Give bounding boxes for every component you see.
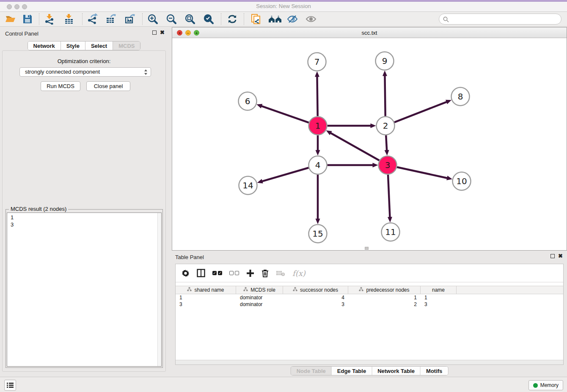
edge-3-1[interactable] <box>330 133 379 160</box>
column-header-name[interactable]: name <box>421 286 457 294</box>
edge-4-14[interactable] <box>262 168 308 181</box>
import-network-icon[interactable] <box>44 14 56 25</box>
criterion-value: strongly connected component <box>25 69 100 75</box>
zoom-selected-icon[interactable] <box>203 14 215 25</box>
mcds-panel: Optimization criterion: strongly connect… <box>2 50 166 372</box>
table-row[interactable]: 3dominator323 <box>176 301 563 308</box>
cell-name[interactable]: 1 <box>421 294 457 301</box>
memory-button[interactable]: Memory <box>528 380 563 390</box>
select-all-checkboxes-icon[interactable]: ✓✓ <box>212 271 222 275</box>
refresh-layout-icon[interactable] <box>227 14 239 25</box>
node-label: 6 <box>245 96 250 106</box>
column-header-predecessor-nodes[interactable]: predecessor nodes <box>348 286 421 294</box>
close-panel-button[interactable]: Close panel <box>86 81 130 91</box>
task-history-button[interactable] <box>4 380 16 391</box>
trash-icon[interactable] <box>261 269 269 277</box>
run-mcds-button[interactable]: Run MCDS <box>41 81 80 91</box>
tab-mcds[interactable]: MCDS <box>113 41 140 50</box>
edge-3-10[interactable] <box>397 167 447 178</box>
zoom-in-icon[interactable] <box>147 14 159 25</box>
select-stepper-icon <box>144 69 148 78</box>
tab-node-table[interactable]: Node Table <box>291 367 332 375</box>
copy-network-document-icon[interactable] <box>250 14 262 25</box>
open-folder-icon[interactable] <box>5 14 17 25</box>
float-panel-icon[interactable] <box>550 254 555 258</box>
network-window-title: scc.txt <box>172 30 567 36</box>
table-tabs: Node TableEdge TableNetwork TableMotifs <box>291 366 449 375</box>
export-image-icon[interactable] <box>124 14 136 25</box>
node-label: 1 <box>315 121 321 131</box>
cell-successor-nodes[interactable]: 3 <box>283 301 348 308</box>
titlebar-accent-strip <box>0 0 567 2</box>
edge-arrowhead <box>383 70 387 76</box>
table-panel-title: Table Panel <box>175 254 204 260</box>
export-table-icon[interactable] <box>106 14 118 25</box>
control-panel-tabs: NetworkStyleSelectMCDS <box>28 41 141 50</box>
tree-column-icon <box>243 287 248 293</box>
hide-eye-icon[interactable] <box>287 14 299 25</box>
tab-style[interactable]: Style <box>61 41 85 50</box>
edge-arrowhead <box>315 71 319 77</box>
control-panel-title: Control Panel <box>5 30 39 37</box>
cell-mcds-role[interactable]: dominator <box>236 294 283 301</box>
toolbar-separator <box>82 13 83 25</box>
export-network-icon[interactable] <box>87 14 99 25</box>
function-builder-icon: f(x) <box>292 269 306 278</box>
main-toolbar <box>0 12 567 27</box>
tab-select[interactable]: Select <box>85 41 113 50</box>
edge-1-6[interactable] <box>261 106 309 122</box>
show-eye-icon[interactable] <box>306 14 317 25</box>
search-box <box>439 14 561 25</box>
tab-edge-table[interactable]: Edge Table <box>332 367 372 375</box>
column-header-mcds-role[interactable]: MCDS role <box>236 286 283 294</box>
edge-2-8[interactable] <box>394 102 447 122</box>
float-panel-icon[interactable] <box>152 30 157 35</box>
result-scrollbar[interactable] <box>157 213 161 366</box>
edge-3-11[interactable] <box>388 174 390 217</box>
result-item[interactable]: 1 <box>11 214 161 221</box>
tab-network[interactable]: Network <box>28 41 61 50</box>
table-row[interactable]: 1dominator411 <box>176 294 563 301</box>
cell-shared-name[interactable]: 3 <box>176 301 236 308</box>
close-panel-icon[interactable]: ✖ <box>160 30 165 35</box>
zoom-fit-icon[interactable] <box>184 14 196 25</box>
add-row-icon[interactable] <box>246 269 254 277</box>
memory-label: Memory <box>540 382 559 388</box>
mcds-result-list[interactable]: 13 <box>7 213 162 367</box>
node-label: 15 <box>312 229 323 239</box>
node-label: 3 <box>385 160 391 170</box>
network-scrollbar-handle[interactable] <box>365 247 369 250</box>
network-window-titlebar[interactable]: × − + scc.txt <box>172 28 567 38</box>
import-table-icon[interactable] <box>63 14 75 25</box>
graph-canvas[interactable]: 7968124314101511 <box>172 38 567 250</box>
gear-icon[interactable] <box>182 269 190 277</box>
split-columns-icon[interactable] <box>197 269 205 277</box>
edge-2-3[interactable] <box>386 135 387 150</box>
column-header-successor-nodes[interactable]: successor nodes <box>283 286 348 294</box>
mcds-result-box: MCDS result (2 nodes) 13 <box>6 209 163 368</box>
close-panel-icon[interactable]: ✖ <box>558 254 563 258</box>
result-item[interactable]: 3 <box>11 221 161 228</box>
cell-successor-nodes[interactable]: 4 <box>283 294 348 301</box>
save-icon[interactable] <box>22 14 34 25</box>
column-header-shared-name[interactable]: shared name <box>176 286 236 294</box>
cell-predecessor-nodes[interactable]: 2 <box>348 301 421 308</box>
criterion-select[interactable]: strongly connected component <box>19 67 151 77</box>
edge-arrowhead <box>316 219 320 224</box>
tree-column-icon <box>359 287 363 293</box>
zoom-out-icon[interactable] <box>166 14 178 25</box>
home-icon[interactable] <box>268 14 283 25</box>
edge-arrowhead <box>256 104 262 108</box>
deselect-all-checkboxes-icon[interactable] <box>229 271 239 275</box>
search-icon <box>443 17 449 22</box>
cell-mcds-role[interactable]: dominator <box>236 301 283 308</box>
edge-2-9[interactable] <box>385 75 385 116</box>
table-horizontal-scrollbar[interactable] <box>176 360 563 364</box>
cell-predecessor-nodes[interactable]: 1 <box>348 294 421 301</box>
edge-1-7[interactable] <box>317 76 317 116</box>
cell-shared-name[interactable]: 1 <box>176 294 236 301</box>
search-input[interactable] <box>451 14 557 24</box>
tab-network-table[interactable]: Network Table <box>372 367 421 375</box>
tab-motifs[interactable]: Motifs <box>421 367 448 375</box>
cell-name[interactable]: 3 <box>421 301 457 308</box>
